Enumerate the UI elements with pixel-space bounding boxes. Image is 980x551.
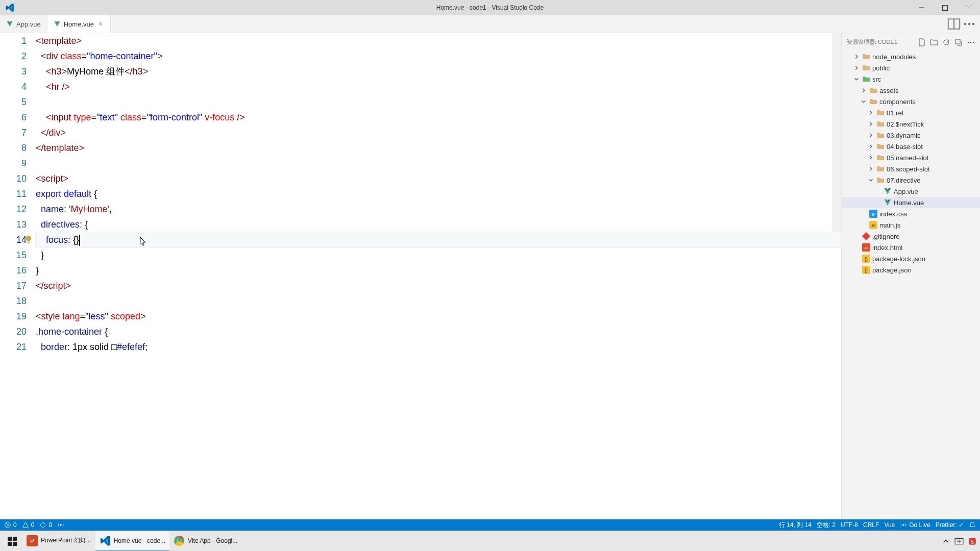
sidebar-more-icon[interactable] bbox=[967, 38, 975, 46]
code-line[interactable]: <h3>MyHome 组件</h3> bbox=[36, 64, 841, 79]
tree-item-main-js[interactable]: JSmain.js bbox=[842, 219, 980, 231]
chevron-right-icon[interactable] bbox=[867, 120, 874, 128]
code-line[interactable]: focus: {} bbox=[36, 232, 841, 247]
chevron-right-icon[interactable] bbox=[867, 154, 874, 161]
status-port[interactable]: 0 bbox=[39, 521, 52, 529]
new-folder-icon[interactable] bbox=[930, 38, 938, 46]
tree-item--gitignore[interactable]: .gitignore bbox=[842, 231, 980, 242]
start-button[interactable] bbox=[2, 531, 22, 552]
code-line[interactable]: name: 'MyHome', bbox=[36, 202, 841, 217]
code-editor[interactable]: 123456789101112131415161718192021 <templ… bbox=[0, 33, 841, 519]
status-cursor-position[interactable]: 行 14, 列 14 bbox=[779, 521, 812, 530]
tree-item-03-dynamic[interactable]: 03.dynamic bbox=[842, 130, 980, 141]
tree-item-06-scoped-slot[interactable]: 06.scoped-slot bbox=[842, 163, 980, 174]
maximize-button[interactable] bbox=[933, 0, 957, 15]
tree-item-public[interactable]: public bbox=[842, 62, 980, 73]
collapse-all-icon[interactable] bbox=[954, 38, 963, 46]
tree-item-assets[interactable]: assets bbox=[842, 85, 980, 96]
code-line[interactable]: </script> bbox=[36, 278, 841, 293]
chevron-right-icon[interactable] bbox=[853, 53, 860, 60]
code-line[interactable]: } bbox=[36, 247, 841, 263]
svg-text:P: P bbox=[30, 537, 34, 544]
tree-item-label: index.html bbox=[872, 244, 902, 252]
status-errors[interactable]: 0 bbox=[4, 521, 17, 529]
tree-item-components[interactable]: components bbox=[842, 96, 980, 107]
tree-item-label: .gitignore bbox=[872, 233, 899, 240]
status-golive[interactable]: Go Live bbox=[900, 521, 930, 529]
taskbar-item-chrome[interactable]: Vite App - Googl... bbox=[169, 531, 241, 552]
chevron-right-icon[interactable] bbox=[853, 64, 860, 71]
code-line[interactable]: .home-container { bbox=[36, 324, 841, 339]
tree-item-src[interactable]: src bbox=[842, 73, 980, 85]
refresh-icon[interactable] bbox=[942, 38, 950, 46]
tree-item-index-css[interactable]: #index.css bbox=[842, 208, 980, 219]
tree-item-01-ref[interactable]: 01.ref bbox=[842, 107, 980, 118]
code-line[interactable] bbox=[36, 94, 841, 110]
tree-item-home-vue[interactable]: Home.vue bbox=[842, 197, 980, 208]
chevron-right-icon[interactable] bbox=[867, 132, 874, 139]
close-icon[interactable]: × bbox=[97, 20, 104, 28]
new-file-icon[interactable] bbox=[918, 38, 926, 46]
more-actions-icon[interactable] bbox=[963, 17, 976, 31]
tree-item-label: 02.$nextTick bbox=[887, 120, 924, 128]
chevron-right-icon[interactable] bbox=[867, 143, 874, 150]
minimize-button[interactable] bbox=[910, 0, 933, 15]
tray-app-icon[interactable]: 5 bbox=[968, 537, 977, 546]
status-spaces[interactable]: 空格: 2 bbox=[817, 521, 836, 530]
tree-item-07-directive[interactable]: 07.directive bbox=[842, 174, 980, 186]
tree-item-node_modules[interactable]: node_modules bbox=[842, 51, 980, 62]
vue-file-icon bbox=[54, 20, 61, 28]
split-editor-icon[interactable] bbox=[947, 17, 961, 31]
chevron-right-icon[interactable] bbox=[867, 165, 874, 172]
code-line[interactable]: border: 1px solid □#efefef; bbox=[36, 339, 841, 355]
chevron-right-icon[interactable] bbox=[860, 87, 867, 94]
svg-text:{}: {} bbox=[865, 268, 868, 273]
tree-item-label: 01.ref bbox=[887, 109, 903, 117]
code-line[interactable] bbox=[36, 156, 841, 171]
chevron-down-icon[interactable] bbox=[853, 76, 860, 83]
tray-ime-icon[interactable]: 中 bbox=[954, 537, 964, 546]
tray-chevron-icon[interactable] bbox=[941, 537, 950, 546]
code-line[interactable]: } bbox=[36, 263, 841, 278]
svg-rect-6 bbox=[955, 39, 960, 44]
status-encoding[interactable]: UTF-8 bbox=[841, 521, 858, 529]
chevron-down-icon[interactable] bbox=[860, 98, 867, 105]
taskbar-item-vscode[interactable]: Home.vue - code... bbox=[95, 531, 169, 552]
tree-item-04-base-slot[interactable]: 04.base-slot bbox=[842, 141, 980, 152]
tree-item-index-html[interactable]: <>index.html bbox=[842, 242, 980, 253]
status-prettier[interactable]: Prettier: ✓ bbox=[936, 521, 964, 529]
tree-item-package-lock-json[interactable]: {}package-lock.json bbox=[842, 253, 980, 264]
code-line[interactable] bbox=[36, 293, 841, 309]
status-eol[interactable]: CRLF bbox=[863, 521, 879, 529]
status-radio-icon[interactable] bbox=[57, 521, 64, 529]
code-line[interactable]: <input type="text" class="form-control" … bbox=[36, 110, 841, 125]
code-line[interactable]: </template> bbox=[36, 140, 841, 156]
status-language[interactable]: Vue bbox=[884, 521, 895, 529]
chevron-right-icon[interactable] bbox=[867, 109, 874, 116]
code-line[interactable]: <script> bbox=[36, 171, 841, 186]
window-title: Home.vue - code1 - Visual Studio Code bbox=[436, 4, 544, 11]
taskbar-item-powerpoint[interactable]: PPowerPoint 幻灯... bbox=[22, 531, 95, 552]
code-line[interactable]: </div> bbox=[36, 125, 841, 140]
tree-item-package-json[interactable]: {}package.json bbox=[842, 264, 980, 276]
chevron-down-icon[interactable] bbox=[867, 177, 874, 184]
tree-item-05-named-slot[interactable]: 05.named-slot bbox=[842, 152, 980, 163]
code-line[interactable]: <template> bbox=[36, 33, 841, 48]
code-line[interactable]: directives: { bbox=[36, 217, 841, 232]
status-warnings[interactable]: 0 bbox=[22, 521, 35, 529]
status-bell-icon[interactable] bbox=[969, 521, 976, 529]
tab-app-vue[interactable]: App.vue bbox=[0, 15, 47, 33]
tree-item-label: index.css bbox=[879, 210, 907, 218]
tree-item-label: components bbox=[879, 98, 916, 106]
tree-item-02--nexttick[interactable]: 02.$nextTick bbox=[842, 118, 980, 130]
tree-item-app-vue[interactable]: App.vue bbox=[842, 186, 980, 197]
lightbulb-icon[interactable] bbox=[24, 235, 33, 243]
close-button[interactable] bbox=[957, 0, 980, 15]
svg-text:<>: <> bbox=[864, 246, 868, 250]
tab-home-vue[interactable]: Home.vue× bbox=[47, 15, 111, 33]
svg-point-7 bbox=[968, 41, 969, 42]
code-line[interactable]: <style lang="less" scoped> bbox=[36, 309, 841, 324]
code-line[interactable]: export default { bbox=[36, 186, 841, 202]
code-line[interactable]: <hr /> bbox=[36, 79, 841, 94]
code-line[interactable]: <div class="home-container"> bbox=[36, 48, 841, 64]
